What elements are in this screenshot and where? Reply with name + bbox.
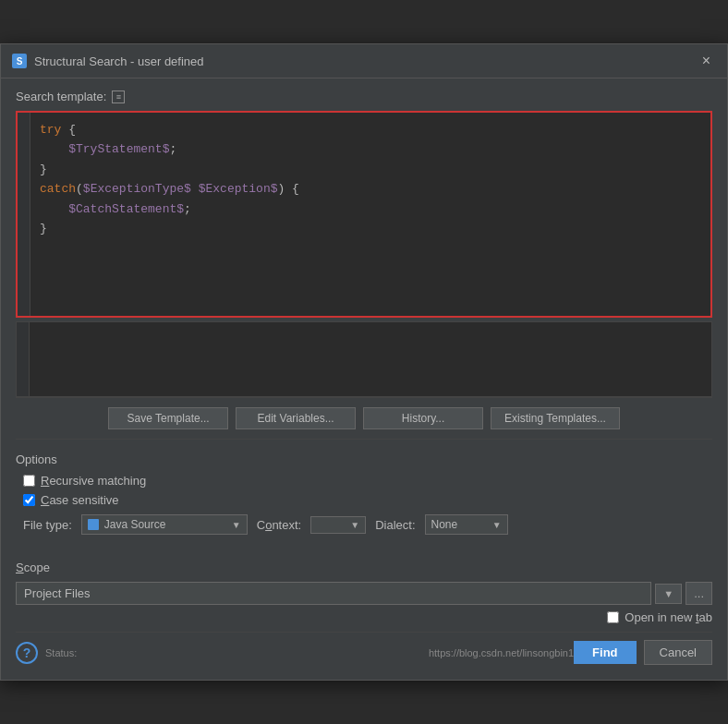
options-title: Options (16, 452, 712, 466)
case-sensitive-checkbox[interactable] (23, 494, 35, 506)
code-line-6: } (40, 219, 299, 238)
recursive-matching-label[interactable]: Recursive matching (41, 474, 146, 488)
file-type-value: Java Source (104, 518, 226, 531)
code-template-area[interactable]: try { $TryStatement$; } catch($Exception… (16, 111, 712, 318)
var-exception: $Exception$ (199, 182, 278, 196)
find-button[interactable]: Find (574, 641, 636, 664)
var-try-statement: $TryStatement$ (68, 142, 169, 156)
toolbar: Save Template... Edit Variables... Histo… (16, 397, 712, 440)
scope-value: Project Files (24, 586, 643, 600)
dialog-title: Structural Search - user defined (34, 54, 204, 68)
gutter-mark-3 (20, 149, 28, 156)
url-text: https://blog.csdn.net/linsongbin1 (309, 647, 574, 658)
code-container: try { $TryStatement$; } catch($Exception… (18, 113, 710, 316)
dialect-arrow-icon: ▼ (492, 520, 502, 530)
search-template-label-text: Search template: (16, 90, 106, 103)
help-button[interactable]: ? (16, 642, 38, 664)
open-new-tab-label[interactable]: Open in new tab (625, 610, 712, 624)
file-type-dropdown[interactable]: Java Source ▼ (81, 514, 248, 535)
file-type-arrow-icon: ▼ (232, 520, 241, 530)
scope-section: Scope Project Files ▼ ... Open in new ta… (16, 553, 712, 624)
title-bar-left: S Structural Search - user defined (12, 54, 204, 68)
var-catch-statement: $CatchStatement$ (68, 202, 184, 216)
save-template-label: Save Template... (127, 412, 209, 425)
recursive-matching-row: Recursive matching (16, 474, 712, 488)
extra-code-area[interactable] (30, 322, 711, 396)
context-dropdown[interactable]: ▼ (310, 516, 366, 534)
scope-dots-button[interactable]: ... (686, 582, 712, 605)
keyword-catch: catch (40, 182, 76, 196)
case-sensitive-row: Case sensitive (16, 493, 712, 507)
file-type-row: File type: Java Source ▼ Context: ▼ Dial… (16, 514, 712, 535)
dialect-label: Dialect: (375, 518, 415, 532)
case-sensitive-label[interactable]: Case sensitive (41, 493, 119, 507)
bottom-bar: ? Status: https://blog.csdn.net/linsongb… (16, 632, 712, 669)
options-section: Options Recursive matching Case sensitiv… (16, 449, 712, 542)
open-new-tab-checkbox[interactable] (607, 611, 619, 623)
scope-title: Scope (16, 561, 712, 574)
code-line-5: $CatchStatement$; (40, 199, 299, 219)
code-line-4: catch($ExceptionType$ $Exception$) { (40, 179, 299, 199)
search-template-header: Search template: ≡ (16, 90, 712, 103)
title-bar: S Structural Search - user defined × (1, 44, 727, 78)
close-button[interactable]: × (697, 52, 716, 70)
extra-gutter (17, 322, 30, 396)
gutter-mark-1 (20, 123, 28, 130)
bottom-right-actions: Find Cancel (574, 640, 712, 665)
save-template-button[interactable]: Save Template... (108, 407, 228, 429)
edit-variables-label: Edit Variables... (258, 412, 334, 425)
var-exception-type: $ExceptionType$ (83, 182, 191, 196)
existing-templates-button[interactable]: Existing Templates... (491, 407, 620, 429)
context-arrow-icon: ▼ (350, 520, 359, 530)
code-line-3: } (40, 160, 299, 179)
template-icon: ≡ (112, 90, 125, 103)
structural-search-dialog: S Structural Search - user defined × Sea… (0, 43, 728, 681)
context-label: Context: (257, 518, 301, 532)
file-type-label: File type: (23, 518, 72, 532)
code-line-1: try { (40, 120, 299, 139)
extra-area-inner (17, 322, 711, 396)
open-tab-row: Open in new tab (16, 610, 712, 624)
existing-templates-label: Existing Templates... (504, 412, 606, 425)
keyword-try: try (40, 123, 61, 137)
cancel-button[interactable]: Cancel (644, 640, 712, 665)
edit-variables-button[interactable]: Edit Variables... (236, 407, 356, 429)
scope-arrow-button[interactable]: ▼ (655, 584, 682, 604)
app-icon: S (12, 54, 27, 68)
status-text: Status: (38, 647, 309, 658)
java-file-icon (88, 519, 99, 530)
code-display[interactable]: try { $TryStatement$; } catch($Exception… (30, 113, 309, 316)
gutter-mark-2 (20, 136, 28, 143)
scope-dropdown[interactable]: Project Files (16, 582, 651, 605)
code-gutter (18, 113, 30, 316)
dialect-dropdown[interactable]: None ▼ (425, 514, 508, 535)
history-label: History... (402, 412, 444, 425)
history-button[interactable]: History... (363, 407, 483, 429)
extra-editor-area[interactable] (16, 321, 712, 397)
dialog-body: Search template: ≡ try { $TryStatement$;… (1, 78, 727, 680)
scope-row: Project Files ▼ ... (16, 582, 712, 605)
code-line-2: $TryStatement$; (40, 139, 299, 159)
recursive-matching-checkbox[interactable] (23, 475, 35, 487)
dialect-value: None (431, 518, 487, 531)
